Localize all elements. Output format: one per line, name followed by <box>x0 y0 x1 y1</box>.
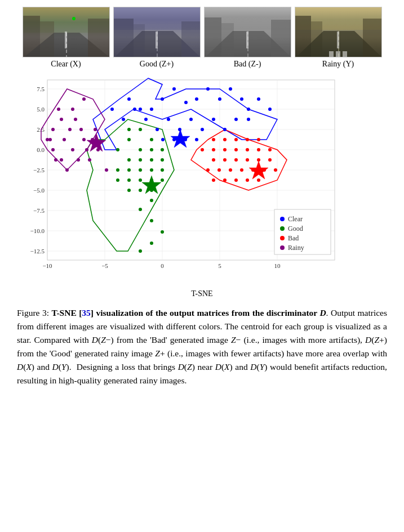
svg-point-103 <box>127 158 131 162</box>
svg-point-170 <box>77 158 80 162</box>
svg-point-163 <box>63 138 66 141</box>
svg-point-111 <box>116 168 119 172</box>
svg-point-134 <box>246 148 249 151</box>
svg-point-104 <box>139 158 142 162</box>
svg-text:−2.5: −2.5 <box>33 167 45 173</box>
svg-point-135 <box>234 148 238 151</box>
image-item-rainy: Rainy (Y) <box>295 7 382 69</box>
svg-text:Clear: Clear <box>288 215 303 223</box>
svg-point-99 <box>150 148 153 151</box>
svg-point-153 <box>223 178 227 182</box>
thumbnail-clear <box>23 7 110 57</box>
svg-text:−5: −5 <box>101 262 108 269</box>
figure-caption: Figure 3: T-SNE [35] visualization of th… <box>0 303 404 399</box>
svg-text:0: 0 <box>161 262 164 269</box>
svg-point-169 <box>85 148 88 151</box>
svg-point-148 <box>240 168 243 172</box>
page: Clear (X) Good (Z+) <box>0 0 404 399</box>
svg-point-125 <box>139 249 142 253</box>
svg-point-131 <box>257 138 260 141</box>
svg-point-138 <box>201 148 204 151</box>
svg-point-106 <box>161 158 164 162</box>
svg-point-168 <box>94 128 97 131</box>
svg-point-166 <box>71 148 74 151</box>
label-good: Good (Z+) <box>140 60 174 69</box>
svg-text:5: 5 <box>218 262 221 269</box>
svg-rect-5 <box>88 19 110 57</box>
svg-point-167 <box>82 138 86 141</box>
svg-point-108 <box>150 168 153 172</box>
svg-text:10: 10 <box>274 262 281 269</box>
svg-point-82 <box>156 128 159 131</box>
svg-point-150 <box>217 168 221 172</box>
svg-point-161 <box>82 97 86 101</box>
svg-point-95 <box>127 128 131 131</box>
svg-point-72 <box>257 97 260 101</box>
svg-point-83 <box>144 118 148 121</box>
svg-point-113 <box>127 178 131 182</box>
svg-point-119 <box>127 189 131 192</box>
svg-text:Rainy: Rainy <box>288 244 304 252</box>
svg-point-66 <box>195 97 198 101</box>
tsne-axis-label: T-SNE <box>11 289 393 298</box>
svg-point-162 <box>74 118 77 121</box>
svg-text:Bad: Bad <box>288 234 299 242</box>
svg-rect-13 <box>114 7 201 57</box>
svg-point-64 <box>172 87 176 91</box>
svg-point-164 <box>51 148 55 151</box>
svg-point-6 <box>72 17 76 20</box>
svg-point-84 <box>133 108 136 111</box>
svg-point-102 <box>116 148 119 151</box>
svg-point-116 <box>161 178 164 182</box>
svg-point-149 <box>229 168 232 172</box>
svg-point-155 <box>246 178 249 182</box>
svg-point-180 <box>46 138 49 141</box>
svg-rect-26 <box>363 19 382 57</box>
svg-point-128 <box>223 138 227 141</box>
svg-point-114 <box>139 178 142 182</box>
svg-point-151 <box>206 168 210 172</box>
svg-point-63 <box>161 97 164 101</box>
svg-point-68 <box>218 97 221 101</box>
svg-point-90 <box>161 138 165 141</box>
svg-point-87 <box>127 97 131 101</box>
svg-point-127 <box>212 138 215 141</box>
svg-point-120 <box>150 199 153 202</box>
caption-bold: T-SNE [35] visualization of the output m… <box>51 308 326 318</box>
svg-text:−10.0: −10.0 <box>30 227 45 234</box>
svg-point-190 <box>280 245 285 250</box>
svg-point-98 <box>139 148 142 151</box>
svg-point-188 <box>280 236 285 240</box>
svg-point-160 <box>71 108 74 111</box>
svg-text:−5.0: −5.0 <box>33 187 45 194</box>
svg-point-165 <box>60 158 63 162</box>
svg-point-130 <box>246 138 249 141</box>
svg-text:5.0: 5.0 <box>37 106 45 113</box>
svg-point-74 <box>247 118 250 121</box>
label-bad: Bad (Z-) <box>234 60 261 69</box>
svg-point-93 <box>195 138 198 141</box>
chart-container: 7.5 5.0 2.5 0.0 −2.5 −5.0 −7.5 −10.0 −12… <box>11 74 393 298</box>
thumbnail-bad <box>204 7 291 57</box>
svg-point-145 <box>274 168 277 172</box>
svg-point-133 <box>257 148 260 151</box>
svg-point-144 <box>268 158 272 162</box>
svg-point-75 <box>234 118 238 121</box>
image-item-bad: Bad (Z-) <box>204 7 291 69</box>
svg-point-154 <box>234 178 238 182</box>
svg-point-67 <box>206 87 210 91</box>
svg-point-86 <box>110 108 114 111</box>
svg-point-184 <box>280 217 285 221</box>
svg-point-122 <box>150 219 153 222</box>
svg-point-110 <box>127 168 131 172</box>
svg-text:−10: −10 <box>42 262 52 269</box>
svg-point-77 <box>212 118 215 121</box>
citation-35: 35 <box>82 308 91 318</box>
svg-point-139 <box>212 158 215 162</box>
svg-rect-20 <box>205 7 291 57</box>
svg-point-85 <box>122 118 125 121</box>
svg-point-65 <box>184 101 188 104</box>
svg-text:7.5: 7.5 <box>37 86 45 92</box>
svg-point-69 <box>229 87 232 91</box>
image-item-clear: Clear (X) <box>23 7 110 69</box>
